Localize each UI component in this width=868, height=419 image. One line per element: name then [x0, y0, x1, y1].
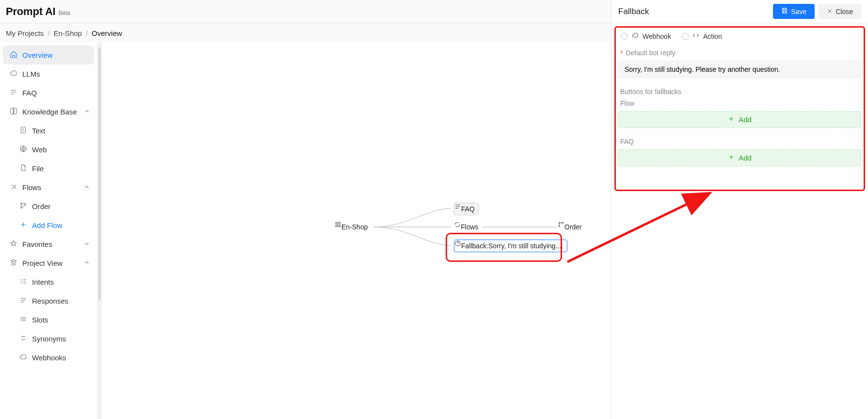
radio-action[interactable]: Action [682, 32, 722, 40]
svg-rect-0 [21, 127, 25, 133]
sidebar-item-label: File [32, 164, 44, 173]
svg-point-9 [559, 222, 560, 223]
svg-point-11 [559, 226, 560, 226]
radio-webhook[interactable]: Webhook [621, 32, 671, 40]
star-icon [10, 240, 17, 249]
radio-icon [621, 33, 628, 40]
crumb-sep: / [86, 29, 88, 37]
sidebar-scrollbar[interactable] [97, 43, 102, 419]
sidebar-item-label: Intents [32, 278, 54, 286]
graph-node-order[interactable]: Order [558, 221, 586, 233]
sidebar-kb-text[interactable]: Text [3, 121, 94, 140]
sidebar-item-label: Webhooks [32, 354, 66, 362]
sidebar-knowledge-base[interactable]: Knowledge Base [3, 102, 94, 121]
synonyms-icon [19, 334, 27, 343]
svg-point-2 [21, 203, 22, 205]
add-faq-fallback-button[interactable]: Add [618, 149, 861, 166]
sidebar-webhooks[interactable]: Webhooks [3, 348, 94, 367]
sidebar-faq[interactable]: FAQ [3, 83, 94, 102]
flow-section-label: Flow [620, 99, 859, 107]
sidebar-item-label: Slots [32, 316, 48, 324]
project-icon [10, 258, 17, 268]
sidebar-add-flow[interactable]: Add Flow [3, 216, 94, 235]
svg-rect-7 [336, 225, 338, 227]
sidebar-slots[interactable]: Slots [3, 310, 94, 329]
radio-label: Webhook [643, 32, 671, 40]
sidebar-kb-file[interactable]: File [3, 159, 94, 178]
sidebar-project-view[interactable]: Project View [3, 254, 94, 273]
sidebar-flows[interactable]: Flows [3, 178, 94, 197]
plus-icon [728, 154, 735, 162]
chevron-up-icon [83, 108, 90, 116]
add-label: Add [739, 154, 752, 162]
graph-node-faq[interactable]: FAQ [454, 203, 479, 215]
svg-point-4 [21, 207, 22, 209]
branch-icon [19, 202, 27, 211]
graph-node-label: Flows [461, 223, 479, 231]
graph-node-label: Order [564, 223, 582, 231]
svg-rect-5 [336, 222, 338, 224]
book-icon [10, 107, 17, 116]
sidebar-item-label: Add Flow [32, 221, 63, 229]
crumb-project[interactable]: En-Shop [54, 29, 82, 37]
file-icon [19, 164, 27, 173]
add-flow-fallback-button[interactable]: Add [618, 111, 861, 128]
sidebar-kb-web[interactable]: Web [3, 140, 94, 159]
intents-icon [19, 277, 27, 287]
sidebar-item-label: Overview [22, 51, 53, 59]
fallback-panel: Fallback Save Close Webhook Action * [611, 0, 868, 419]
sidebar-llms[interactable]: LLMs [3, 64, 94, 83]
sidebar-item-label: Order [32, 202, 50, 210]
flow-icon [10, 183, 17, 192]
cloud-icon [19, 353, 27, 362]
sidebar-item-label: Flows [22, 183, 41, 192]
close-icon [827, 8, 833, 16]
cloud-icon [632, 32, 639, 40]
svg-rect-8 [338, 225, 340, 227]
close-button[interactable]: Close [819, 4, 861, 19]
crumb-overview: Overview [92, 29, 122, 37]
chevron-up-icon [83, 183, 90, 192]
svg-rect-6 [338, 222, 340, 224]
cloud-icon [10, 69, 17, 79]
responses-icon [19, 296, 27, 306]
sidebar-item-label: Responses [32, 297, 68, 305]
graph-node-root[interactable]: En-Shop [335, 221, 371, 233]
graph-node-label: Fallback:Sorry, I'm still studying.... [461, 242, 563, 250]
plus-icon [728, 115, 735, 124]
svg-point-12 [455, 241, 461, 246]
slots-icon [19, 315, 27, 324]
crumb-sep: / [48, 29, 49, 37]
app-name: Prompt AI [6, 5, 56, 18]
app-beta-badge: Beta [59, 10, 70, 16]
graph-node-flows[interactable]: Flows [454, 221, 482, 233]
sidebar-item-label: Knowledge Base [22, 108, 77, 116]
chevron-down-icon [83, 240, 90, 248]
add-label: Add [739, 115, 752, 124]
crumb-my-projects[interactable]: My Projects [6, 29, 44, 37]
buttons-for-fallbacks-label: Buttons for fallbacks [620, 88, 859, 96]
sidebar-item-label: Synonyms [32, 335, 66, 343]
faq-section-label: FAQ [620, 138, 859, 145]
svg-point-10 [562, 222, 563, 223]
sidebar-responses[interactable]: Responses [3, 291, 94, 310]
app-brand: Prompt AI Beta [6, 5, 70, 18]
sidebar-overview[interactable]: Overview [3, 46, 94, 64]
graph-node-label: En-Shop [341, 223, 368, 231]
sidebar-item-label: Project View [22, 259, 63, 267]
list-icon [10, 88, 17, 97]
graph-node-label: FAQ [461, 205, 475, 213]
sidebar-favorites[interactable]: Favorites [3, 235, 94, 254]
home-icon [10, 50, 17, 60]
default-reply-input[interactable] [618, 61, 861, 78]
save-button[interactable]: Save [773, 4, 815, 19]
radio-label: Action [703, 32, 722, 40]
panel-title: Fallback [618, 7, 649, 16]
sidebar-synonyms[interactable]: Synonyms [3, 329, 94, 348]
sidebar: Overview LLMs FAQ Knowledge Base Text We… [0, 43, 97, 419]
graph-node-fallback[interactable]: Fallback:Sorry, I'm still studying.... [454, 240, 567, 252]
sidebar-intents[interactable]: Intents [3, 273, 94, 291]
plus-icon [19, 221, 27, 230]
sidebar-flow-order[interactable]: Order [3, 197, 94, 216]
chevron-up-icon [83, 259, 90, 267]
